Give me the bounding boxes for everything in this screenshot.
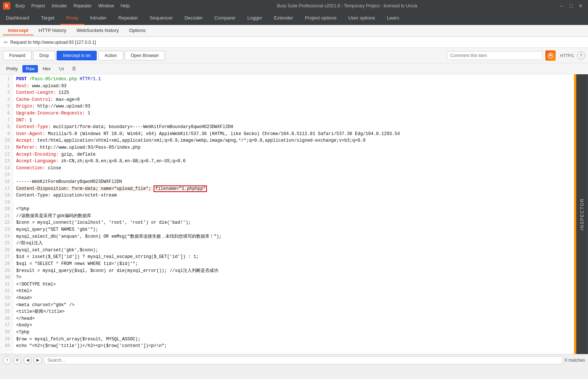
- menu-burp[interactable]: Burp: [12, 3, 28, 9]
- main-nav: Dashboard Target Proxy Intruder Repeater…: [0, 12, 588, 25]
- menu-window[interactable]: Window: [95, 3, 117, 9]
- line-numbers: 12345 678910 1112131415 1617181920 21222…: [0, 74, 13, 354]
- help-button[interactable]: ?: [577, 52, 585, 60]
- code-editor[interactable]: POST /Pass-05/index.php HTTP/1.1 Host: w…: [13, 74, 576, 354]
- comment-input[interactable]: [447, 51, 542, 60]
- sub-tab-websockets-history[interactable]: WebSockets history: [72, 26, 124, 35]
- pencil-icon: ✏: [4, 39, 8, 45]
- menu-help[interactable]: Help: [118, 3, 133, 9]
- nav-tab-logger[interactable]: Logger: [241, 12, 268, 25]
- format-raw[interactable]: Raw: [22, 65, 38, 72]
- sub-tab-intercept[interactable]: Intercept: [3, 26, 33, 35]
- maximize-button[interactable]: □: [567, 2, 576, 10]
- nav-tab-project-options[interactable]: Project options: [299, 12, 343, 25]
- inspector-sidebar[interactable]: INSPECTOR: [576, 74, 588, 354]
- nav-tab-target[interactable]: Target: [35, 12, 60, 25]
- app-icon: B: [3, 2, 10, 10]
- request-url: Request to http://www.upload:93 [127.0.0…: [10, 40, 96, 45]
- nav-tab-sequencer[interactable]: Sequencer: [144, 12, 179, 25]
- menu-repeater[interactable]: Repeater: [71, 3, 94, 9]
- search-input[interactable]: [44, 356, 563, 364]
- action-button[interactable]: Action: [98, 51, 123, 60]
- settings-button[interactable]: ⚙: [13, 356, 21, 364]
- format-newline[interactable]: \n: [55, 65, 67, 72]
- code-wrapper: 12345 678910 1112131415 1617181920 21222…: [0, 74, 588, 354]
- window-controls: ─ □ ✕: [557, 2, 585, 10]
- nav-tab-extender[interactable]: Extender: [268, 12, 299, 25]
- nav-tab-comparer[interactable]: Comparer: [208, 12, 241, 25]
- forward-nav-button[interactable]: ▶: [34, 356, 42, 364]
- menu-project[interactable]: Project: [28, 3, 48, 9]
- burp-logo-icon: [545, 50, 556, 61]
- nav-tab-dashboard[interactable]: Dashboard: [0, 12, 35, 25]
- nav-tab-learn[interactable]: Learn: [381, 12, 405, 25]
- nav-tab-decoder[interactable]: Decoder: [179, 12, 208, 25]
- sub-tab-options[interactable]: Options: [124, 26, 151, 35]
- matches-count: 0 matches: [565, 358, 585, 363]
- open-browser-button[interactable]: Open Browser: [125, 51, 165, 60]
- title-bar: B Burp Project Intruder Repeater Window …: [0, 0, 588, 12]
- status-bar: ? ⚙ ◀ ▶ 0 matches: [0, 354, 588, 366]
- intercept-button[interactable]: Intercept is on: [57, 51, 97, 60]
- format-pretty[interactable]: Pretty: [3, 65, 21, 72]
- menu-intruder[interactable]: Intruder: [49, 3, 70, 9]
- nav-tab-intruder[interactable]: Intruder: [84, 12, 112, 25]
- editor-section: ✏ Request to http://www.upload:93 [127.0…: [0, 37, 588, 354]
- back-button[interactable]: ◀: [24, 356, 32, 364]
- nav-tab-proxy[interactable]: Proxy: [60, 12, 84, 25]
- minimize-button[interactable]: ─: [557, 2, 566, 10]
- code-area: 12345 678910 1112131415 1617181920 21222…: [0, 74, 576, 354]
- sub-nav: Intercept HTTP history WebSockets histor…: [0, 25, 588, 37]
- status-help-button[interactable]: ?: [3, 356, 11, 364]
- format-hex[interactable]: Hex: [39, 65, 54, 72]
- format-menu[interactable]: ☰: [69, 65, 79, 72]
- menu-bar: Burp Project Intruder Repeater Window He…: [12, 3, 133, 9]
- format-bar: Pretty Raw Hex \n ☰: [0, 63, 588, 74]
- drop-button[interactable]: Drop: [33, 51, 55, 60]
- request-info-bar: ✏ Request to http://www.upload:93 [127.0…: [0, 37, 588, 48]
- window-title: Burp Suite Professional v2021.8 - Tempor…: [137, 3, 557, 8]
- toolbar: Forward Drop Intercept is on Action Open…: [0, 48, 588, 63]
- nav-tab-user-options[interactable]: User options: [343, 12, 381, 25]
- nav-tab-repeater[interactable]: Repeater: [112, 12, 144, 25]
- sub-tab-http-history[interactable]: HTTP history: [33, 26, 72, 35]
- close-button[interactable]: ✕: [576, 2, 585, 10]
- http-version-label: HTTP/1: [560, 53, 574, 58]
- forward-button[interactable]: Forward: [3, 51, 32, 60]
